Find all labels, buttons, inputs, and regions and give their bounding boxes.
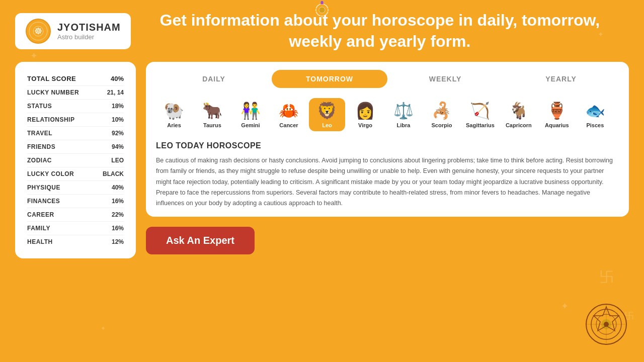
score-label: PHYSIQUE [27,184,60,191]
zodiac-item-aries[interactable]: 🐏Aries [156,98,192,131]
tab-weekly[interactable]: WEEKLY [387,70,503,88]
zodiac-item-sagittarius[interactable]: 🏹Sagittarius [462,98,499,131]
score-value: 92% [112,130,124,137]
zodiac-item-pisces[interactable]: 🐟Pisces [577,98,613,131]
score-value: 21, 14 [107,89,124,96]
zodiac-name-sagittarius: Sagittarius [466,122,495,128]
score-label: RELATIONSHIP [27,116,74,123]
score-row: ZODIACLEO [27,154,124,167]
zodiac-signs-row: 🐏Aries🐂Taurus👫Gemini🦀Cancer🦁Leo👩Virgo⚖️L… [156,96,619,133]
zodiac-name-scorpio: Scorpio [432,122,452,128]
score-label: HEALTH [27,238,53,245]
score-label: LUCKY COLOR [27,170,74,177]
zodiac-name-virgo: Virgo [358,122,372,128]
zodiac-item-scorpio[interactable]: 🦂Scorpio [424,98,460,131]
zodiac-item-leo[interactable]: 🦁Leo [309,98,345,131]
zodiac-name-cancer: Cancer [279,122,298,128]
zodiac-item-aquarius[interactable]: 🏺Aquarius [539,98,575,131]
horoscope-card: DAILY TOMORROW WEEKLY YEARLY 🐏Aries🐂Taur… [146,62,629,217]
zodiac-emoji-aquarius: 🏺 [547,101,567,120]
score-label: TOTAL SCORE [27,75,76,82]
score-row: PHYSIQUE40% [27,181,124,195]
tab-tomorrow[interactable]: TOMORROW [272,70,387,88]
zodiac-item-taurus[interactable]: 🐂Taurus [194,98,230,131]
zodiac-emoji-scorpio: 🦂 [432,101,452,120]
score-row: HEALTH12% [27,235,124,248]
zodiac-emoji-leo: 🦁 [317,101,337,120]
zodiac-item-cancer[interactable]: 🦀Cancer [271,98,307,131]
score-row: CAREER22% [27,208,124,222]
score-value: 40% [111,75,124,82]
logo-title: JYOTISHAM [57,22,121,33]
zodiac-name-pisces: Pisces [586,122,604,128]
score-label: FRIENDS [27,143,55,150]
score-value: LEO [111,157,124,164]
horoscope-title: LEO TODAY HOROSCOPE [156,141,619,150]
score-label: TRAVEL [27,130,52,137]
tab-yearly[interactable]: YEARLY [503,70,619,88]
zodiac-name-taurus: Taurus [203,122,221,128]
zodiac-emoji-taurus: 🐂 [202,101,222,120]
score-label: ZODIAC [27,157,52,164]
zodiac-item-gemini[interactable]: 👫Gemini [232,98,269,131]
zodiac-name-libra: Libra [397,122,411,128]
zodiac-name-capricorn: Capricorn [506,122,532,128]
zodiac-name-leo: Leo [322,122,332,128]
zodiac-emoji-virgo: 👩 [355,101,375,120]
bottom-right-mandala-decoration [584,302,629,347]
tabs-container: DAILY TOMORROW WEEKLY YEARLY [156,70,619,88]
zodiac-item-virgo[interactable]: 👩Virgo [347,98,383,131]
header-tagline: Get information about your horoscope in … [131,10,629,52]
zodiac-emoji-aries: 🐏 [164,101,184,120]
score-row: TRAVEL92% [27,127,124,140]
zodiac-name-aquarius: Aquarius [545,122,569,128]
right-panel: DAILY TOMORROW WEEKLY YEARLY 🐏Aries🐂Taur… [146,62,629,258]
score-row: LUCKY COLORBLACK [27,167,124,181]
zodiac-emoji-libra: ⚖️ [393,101,414,120]
logo-icon: ☸ [25,18,51,44]
header: ☸ JYOTISHAM Astro builder Get informatio… [0,0,644,62]
score-label: FAMILY [27,225,50,232]
score-label: CAREER [27,211,54,218]
score-label: LUCKY NUMBER [27,89,79,96]
zodiac-name-gemini: Gemini [241,122,260,128]
zodiac-emoji-gemini: 👫 [240,101,261,120]
zodiac-name-aries: Aries [167,122,181,128]
zodiac-emoji-cancer: 🦀 [279,101,299,120]
logo-text: JYOTISHAM Astro builder [57,22,121,41]
score-value: 12% [112,238,124,245]
ask-expert-button[interactable]: Ask An Expert [146,227,255,254]
zodiac-item-capricorn[interactable]: 🐐Capricorn [501,98,537,131]
horoscope-text: Be cautious of making rash decisions or … [156,155,619,209]
score-value: 16% [112,198,124,205]
zodiac-emoji-capricorn: 🐐 [509,101,529,120]
score-row: FRIENDS94% [27,140,124,154]
score-value: 94% [112,143,124,150]
score-row: STATUS18% [27,100,124,113]
scores-panel: TOTAL SCORE40%LUCKY NUMBER21, 14STATUS18… [15,62,136,258]
score-value: 10% [112,116,124,123]
score-label: STATUS [27,103,52,110]
zodiac-emoji-sagittarius: 🏹 [470,101,490,120]
score-label: FINANCES [27,198,60,205]
main-content: TOTAL SCORE40%LUCKY NUMBER21, 14STATUS18… [0,62,644,268]
score-row: FINANCES16% [27,195,124,208]
zodiac-item-libra[interactable]: ⚖️Libra [385,98,422,131]
score-value: 22% [112,211,124,218]
logo-subtitle: Astro builder [57,33,121,41]
score-value: 16% [112,225,124,232]
score-value: 18% [112,103,124,110]
score-value: BLACK [103,170,124,177]
score-row: TOTAL SCORE40% [27,72,124,86]
score-row: LUCKY NUMBER21, 14 [27,86,124,100]
score-row: FAMILY16% [27,222,124,235]
svg-text:☸: ☸ [34,26,42,36]
tab-daily[interactable]: DAILY [156,70,272,88]
score-row: RELATIONSHIP10% [27,113,124,127]
zodiac-emoji-pisces: 🐟 [585,101,605,120]
logo-box: ☸ JYOTISHAM Astro builder [15,13,131,49]
score-value: 40% [112,184,124,191]
